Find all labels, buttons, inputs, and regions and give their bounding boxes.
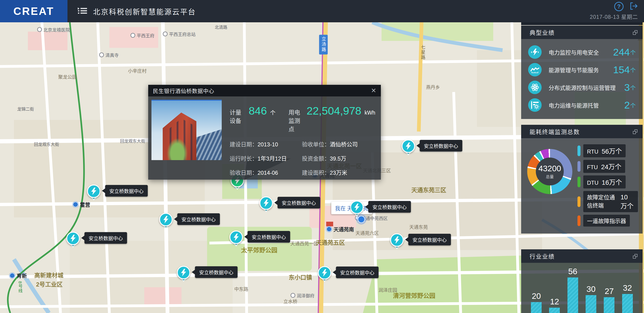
marker-label[interactable]: 安立桥数据中心 — [177, 213, 220, 225]
typical-item[interactable]: 电力监控与用电安全244个 — [521, 43, 642, 61]
big-stat-label: 计量设备 — [230, 108, 246, 125]
bolt-icon — [260, 196, 273, 210]
brand-logo: CREAT — [13, 5, 54, 17]
map-label: 回龙观东大街 — [120, 138, 145, 144]
legend-color-bar — [578, 177, 580, 187]
industry-panel: 行业业绩 201256302732 高校医院建筑政府平台移动园区 — [521, 249, 642, 313]
detail-value: 1年3月12日 — [258, 156, 287, 162]
expand-icon[interactable] — [633, 30, 638, 35]
big-stat-unit: 个 — [270, 108, 276, 116]
marker-label[interactable]: 安立桥数据中心 — [195, 266, 238, 278]
map-label: 天通苑南 — [326, 225, 354, 233]
datacenter-marker[interactable]: 安立桥数据中心 — [66, 232, 80, 245]
pin-icon — [260, 196, 273, 210]
typical-item-unit: 个 — [630, 101, 636, 109]
map-label: 东小口镇 — [289, 273, 312, 281]
map-label: 北京龙禧医院 — [37, 26, 70, 33]
donut-legend: RTU56万个FTU24万个DTU16万个故障定位通信终端10万个一遥故障指示器 — [578, 144, 638, 227]
metro-station-icon — [9, 273, 15, 278]
donut-total: 43200 — [538, 164, 561, 173]
expand-icon[interactable] — [633, 254, 638, 259]
legend-item: DTU16万个 — [578, 175, 638, 188]
map-label: 回龙观东大街 — [34, 141, 59, 147]
map-label: 聚龙公园 — [58, 73, 77, 80]
bar-group: 12 — [545, 297, 564, 313]
detail-label: 验收单位： — [302, 141, 330, 148]
map-label: 太平郊野公园 — [241, 245, 277, 254]
marker-label[interactable]: 安立桥数据中心 — [248, 231, 290, 243]
building-photo — [152, 100, 222, 160]
marker-label[interactable]: 安立桥数据中心 — [84, 232, 127, 244]
typical-item[interactable]: 电力运维与能源托管2个 — [521, 96, 642, 114]
donut-total-label: 总量 — [546, 173, 554, 179]
detail-item: 建设日期：2013-10 — [230, 140, 300, 148]
map-label: 七星路 — [420, 45, 426, 60]
bolt-icon — [402, 140, 415, 153]
poi-icon — [130, 33, 135, 38]
detail-value: 酒仙桥公司 — [330, 141, 358, 148]
detail-item: 建设面积：23万米 — [302, 168, 375, 176]
datacenter-marker[interactable]: 安立桥数据中心 — [159, 213, 173, 226]
typical-item-label: 能源管理与节能服务 — [548, 66, 613, 74]
terminals-header: 能耗终端监测总数 — [521, 125, 642, 138]
bar-value: 12 — [550, 297, 559, 306]
marker-label[interactable]: 安立桥数据中心 — [408, 234, 451, 245]
atom-icon — [528, 81, 542, 94]
marker-label[interactable]: 安立桥数据中心 — [336, 267, 378, 278]
datacenter-marker[interactable]: 安立桥数据中心 — [318, 266, 331, 280]
detail-value: 2013-10 — [258, 141, 278, 148]
datacenter-marker[interactable]: 安立桥数据中心 — [260, 196, 273, 210]
help-icon[interactable]: ? — [614, 2, 624, 11]
legend-label: DTU — [587, 180, 598, 186]
big-stat: 计量设备846个 — [230, 104, 276, 133]
legend-value: 10万个 — [620, 193, 634, 210]
marker-label[interactable]: 安立桥数据中心 — [278, 197, 320, 208]
bolt-icon — [159, 213, 173, 226]
industry-header: 行业业绩 — [521, 249, 642, 263]
pin-icon — [177, 266, 190, 279]
gps-dot — [358, 216, 365, 223]
pin-icon — [159, 213, 173, 226]
popup-body: 计量设备846个用电监测点22,504,978kWh 建设日期：2013-10验… — [148, 96, 381, 180]
map-label: 霍营 — [72, 200, 90, 208]
date-label: 2017-08-13 星期二 — [590, 12, 638, 20]
marker-label[interactable]: 安立桥数据中心 — [420, 140, 462, 152]
detail-label: 验收日期： — [230, 170, 258, 176]
bolt-icon — [177, 266, 190, 279]
bar-group: 32 — [618, 283, 636, 313]
marker-label[interactable]: 安立桥数据中心 — [368, 201, 411, 213]
map-label: 小辛庄村 — [128, 67, 146, 74]
menu-icon[interactable] — [77, 6, 88, 16]
expand-icon[interactable] — [633, 130, 638, 134]
datacenter-marker[interactable]: 安立桥数据中心 — [87, 184, 100, 198]
bar-value: 20 — [532, 291, 541, 301]
bolt-icon — [528, 45, 542, 59]
marker-label[interactable]: 安立桥数据中心 — [105, 185, 148, 197]
legend-value: 24万个 — [601, 162, 622, 171]
logout-icon[interactable] — [630, 2, 638, 11]
typical-item[interactable]: 分布式能源控制与运营管理3个 — [521, 79, 642, 96]
typical-item[interactable]: 能源管理与节能服务154个 — [521, 61, 642, 79]
bolt-icon — [230, 231, 243, 244]
legend-color-bar — [578, 196, 580, 207]
datacenter-marker[interactable]: 安立桥数据中心 — [402, 140, 415, 153]
datacenter-marker[interactable]: 安立桥数据中心 — [390, 233, 404, 247]
terminals-title: 能耗终端监测总数 — [530, 127, 580, 136]
typical-performance-header: 典型业绩 — [521, 25, 642, 39]
typical-item-label: 电力监控与用电安全 — [548, 48, 613, 56]
legend-color-bar — [578, 161, 580, 172]
bar — [586, 295, 596, 313]
bolt-icon — [350, 200, 364, 214]
detail-label: 建设日期： — [230, 141, 258, 148]
legend-chip: RTU56万个 — [583, 144, 626, 157]
close-icon[interactable]: ✕ — [371, 88, 376, 94]
datacenter-marker[interactable]: 安立桥数据中心 — [177, 266, 190, 279]
datacenter-marker[interactable]: 安立桥数据中心 — [350, 200, 364, 214]
bolt-icon — [390, 233, 404, 247]
datacenter-marker[interactable]: 安立桥数据中心 — [230, 231, 243, 244]
typical-item-label: 分布式能源控制与运营管理 — [548, 83, 624, 92]
detail-value: 39.5万 — [330, 156, 346, 162]
detail-item: 验收单位：酒仙桥公司 — [302, 140, 375, 148]
datacenter-popup: 民生银行酒仙桥数据中心 ✕ 计量设备846个用电监测点22,504,978kWh… — [148, 85, 381, 180]
detail-item: 投资金额：39.5万 — [302, 154, 375, 162]
